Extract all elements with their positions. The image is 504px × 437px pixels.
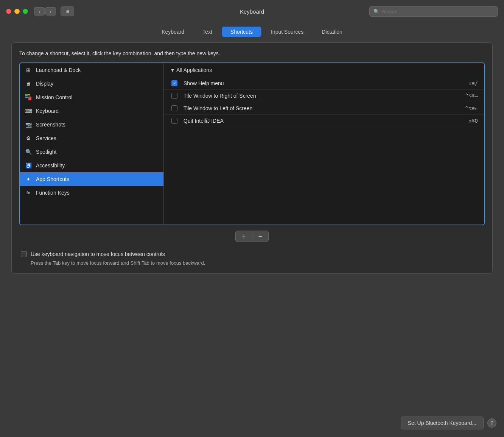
shortcut-name-tile-left: Tile Window to Left of Screen [184, 105, 460, 111]
bottom-controls: + − [19, 231, 485, 242]
tab-bar: Keyboard Text Shortcuts Input Sources Di… [6, 23, 498, 42]
close-button[interactable] [6, 9, 11, 14]
nav-checkbox-row: Use keyboard navigation to move focus be… [21, 251, 483, 257]
checkbox-show-help[interactable]: ✓ [170, 80, 179, 86]
display-icon: 🖥 [25, 80, 32, 87]
accessibility-icon: ♿ [25, 162, 32, 169]
svg-rect-0 [25, 94, 28, 96]
right-panel-header: ▼ All Applications [164, 63, 484, 77]
search-icon: 🔍 [373, 9, 380, 14]
sidebar-item-launchpad[interactable]: ⊞ Launchpad & Dock [20, 63, 163, 77]
unchecked-icon-3 [171, 118, 177, 124]
search-input[interactable] [382, 9, 494, 14]
shortcut-keys-tile-right: ^⌥⌘→ [465, 93, 478, 99]
shortcut-keys-show-help: ⇧⌘/ [468, 80, 478, 86]
shortcut-row-tile-left[interactable]: Tile Window to Left of Screen ^⌥⌘← [164, 102, 484, 115]
sidebar-label-screenshots: Screenshots [36, 122, 65, 128]
tab-input-sources[interactable]: Input Sources [262, 27, 312, 37]
shortcut-keys-tile-left: ^⌥⌘← [465, 105, 478, 111]
maximize-button[interactable] [23, 9, 28, 14]
sidebar-item-accessibility[interactable]: ♿ Accessibility [20, 159, 163, 172]
all-applications-label: ▼ All Applications [170, 67, 212, 73]
right-panel: ▼ All Applications ✓ Show Help menu ⇧⌘/ … [164, 63, 484, 225]
function-keys-icon: fn [25, 189, 32, 197]
app-shortcuts-icon: ✦ [25, 175, 32, 183]
sidebar-label-display: Display [36, 81, 53, 87]
sidebar-label-spotlight: Spotlight [36, 149, 56, 155]
sidebar-item-display[interactable]: 🖥 Display [20, 77, 163, 91]
svg-rect-3 [28, 97, 31, 100]
svg-rect-2 [25, 97, 28, 98]
nav-checkbox-label: Use keyboard navigation to move focus be… [31, 251, 165, 257]
checkbox-quit-intellij[interactable] [170, 118, 179, 124]
traffic-lights [6, 9, 28, 14]
titlebar: ‹ › ⊞ Keyboard 🔍 [0, 0, 504, 23]
svg-rect-1 [28, 94, 30, 95]
content-panel: To change a shortcut, select it, click t… [11, 42, 493, 274]
shortcut-name-tile-right: Tile Window to Right of Screen [184, 93, 460, 99]
tab-text[interactable]: Text [194, 27, 221, 37]
mission-control-icon [25, 94, 32, 101]
sidebar-item-keyboard[interactable]: ⌨ Keyboard [20, 104, 163, 118]
tab-shortcuts[interactable]: Shortcuts [222, 27, 261, 37]
minimize-button[interactable] [14, 9, 20, 14]
tab-dictation[interactable]: Dictation [313, 27, 351, 37]
sidebar-item-services[interactable]: ⚙ Services [20, 131, 163, 145]
shortcut-name-show-help: Show Help menu [184, 80, 464, 86]
search-bar: 🔍 [369, 6, 498, 17]
checkbox-tile-right[interactable] [170, 93, 179, 99]
bluetooth-keyboard-button[interactable]: Set Up Bluetooth Keyboard... [401, 417, 484, 429]
services-icon: ⚙ [25, 134, 32, 142]
sidebar-item-function-keys[interactable]: fn Function Keys [20, 186, 163, 200]
sidebar-label-accessibility: Accessibility [36, 162, 65, 169]
launchpad-icon: ⊞ [25, 66, 32, 74]
shortcut-row-quit-intellij[interactable]: Quit IntelliJ IDEA ⇧⌘Q [164, 115, 484, 127]
sidebar-label-launchpad: Launchpad & Dock [36, 67, 81, 73]
nav-buttons: ‹ › [34, 7, 56, 16]
forward-button[interactable]: › [45, 7, 56, 16]
instruction-text: To change a shortcut, select it, click t… [19, 50, 485, 56]
remove-shortcut-button[interactable]: − [252, 231, 269, 242]
checked-icon: ✓ [171, 80, 177, 86]
spotlight-icon: 🔍 [25, 148, 32, 156]
sidebar: ⊞ Launchpad & Dock 🖥 Display [20, 63, 164, 225]
shortcut-name-quit-intellij: Quit IntelliJ IDEA [184, 118, 464, 124]
nav-checkbox-section: Use keyboard navigation to move focus be… [19, 251, 485, 266]
help-button[interactable]: ? [487, 418, 496, 428]
main-content: Keyboard Text Shortcuts Input Sources Di… [6, 23, 498, 274]
sidebar-label-services: Services [36, 135, 56, 141]
tab-keyboard[interactable]: Keyboard [153, 27, 193, 37]
add-shortcut-button[interactable]: + [235, 231, 252, 242]
nav-checkbox-desc: Press the Tab key to move focus forward … [21, 260, 483, 266]
screenshots-icon: 📷 [25, 121, 32, 128]
keyboard-icon: ⌨ [25, 107, 32, 115]
nav-checkbox[interactable] [21, 251, 27, 257]
unchecked-icon-2 [171, 105, 177, 111]
window-title: Keyboard [240, 8, 264, 15]
sidebar-item-spotlight[interactable]: 🔍 Spotlight [20, 145, 163, 159]
checkbox-tile-left[interactable] [170, 105, 179, 111]
sidebar-label-mission-control: Mission Control [36, 94, 72, 100]
shortcut-keys-quit-intellij: ⇧⌘Q [468, 118, 478, 124]
shortcut-row-show-help[interactable]: ✓ Show Help menu ⇧⌘/ [164, 77, 484, 90]
sidebar-label-function-keys: Function Keys [36, 190, 70, 196]
shortcut-area: ⊞ Launchpad & Dock 🖥 Display [19, 62, 485, 225]
sidebar-item-screenshots[interactable]: 📷 Screenshots [20, 118, 163, 131]
sidebar-item-app-shortcuts[interactable]: ✦ App Shortcuts [20, 172, 163, 186]
unchecked-icon [171, 93, 177, 99]
back-button[interactable]: ‹ [34, 7, 45, 16]
grid-button[interactable]: ⊞ [61, 6, 74, 16]
sidebar-item-mission-control[interactable]: Mission Control [20, 91, 163, 104]
sidebar-label-keyboard: Keyboard [36, 108, 59, 114]
sidebar-label-app-shortcuts: App Shortcuts [36, 176, 69, 182]
shortcut-row-tile-right[interactable]: Tile Window to Right of Screen ^⌥⌘→ [164, 90, 484, 102]
footer: Set Up Bluetooth Keyboard... ? [401, 417, 496, 429]
